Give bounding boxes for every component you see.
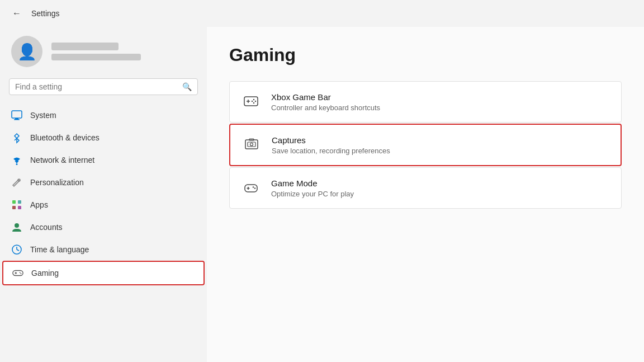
svg-point-24 xyxy=(252,101,253,102)
sidebar-item-gaming-label: Gaming xyxy=(31,269,59,278)
system-icon xyxy=(11,110,22,121)
svg-point-28 xyxy=(250,143,253,146)
gaming-icon xyxy=(12,267,23,279)
sidebar-item-personalization-label: Personalization xyxy=(30,178,84,187)
svg-line-13 xyxy=(17,250,19,251)
search-input[interactable] xyxy=(15,82,178,91)
svg-point-17 xyxy=(20,272,21,273)
game-mode-subtitle: Optimize your PC for play xyxy=(271,190,354,198)
search-icon: 🔍 xyxy=(182,82,192,91)
svg-point-33 xyxy=(253,186,254,187)
user-email xyxy=(51,54,141,60)
accounts-icon xyxy=(11,222,22,233)
svg-rect-26 xyxy=(245,140,258,149)
sidebar-item-accounts-label: Accounts xyxy=(30,223,63,232)
sidebar-item-time-label: Time & language xyxy=(30,245,89,254)
sidebar-item-accounts[interactable]: Accounts xyxy=(2,216,205,238)
captures-card[interactable]: Captures Save location, recording prefer… xyxy=(229,124,622,166)
captures-icon xyxy=(242,135,262,155)
search-container: 🔍 xyxy=(0,78,207,104)
svg-point-4 xyxy=(16,163,18,165)
svg-rect-0 xyxy=(12,111,22,118)
xbox-game-bar-card[interactable]: Xbox Game Bar Controller and keyboard sh… xyxy=(229,81,622,123)
apps-icon xyxy=(11,199,22,210)
page-title: Gaming xyxy=(229,45,622,65)
svg-rect-1 xyxy=(15,118,18,119)
back-button[interactable]: ← xyxy=(9,6,25,21)
user-info xyxy=(51,43,141,60)
svg-point-25 xyxy=(253,102,254,104)
bluetooth-icon xyxy=(11,132,22,143)
svg-rect-6 xyxy=(12,200,16,204)
captures-text: Captures Save location, recording prefer… xyxy=(272,135,390,155)
main-layout: 👤 🔍 System xyxy=(0,27,644,362)
sidebar-item-time[interactable]: Time & language xyxy=(2,238,205,261)
sidebar-item-system[interactable]: System xyxy=(2,104,205,126)
sidebar-item-network-label: Network & internet xyxy=(30,156,94,164)
xbox-game-bar-subtitle: Controller and keyboard shortcuts xyxy=(271,104,380,112)
user-icon: 👤 xyxy=(17,43,37,61)
svg-point-34 xyxy=(254,187,255,189)
time-icon xyxy=(11,244,22,255)
svg-rect-9 xyxy=(18,206,21,209)
sidebar-item-personalization[interactable]: Personalization xyxy=(2,171,205,194)
game-mode-icon xyxy=(241,178,261,198)
sidebar-item-network[interactable]: Network & internet xyxy=(2,149,205,171)
network-icon xyxy=(11,154,22,166)
avatar: 👤 xyxy=(11,36,42,67)
svg-rect-2 xyxy=(14,119,20,120)
user-name xyxy=(51,43,119,50)
title-bar: ← Settings xyxy=(0,0,644,27)
sidebar-item-apps[interactable]: Apps xyxy=(2,194,205,216)
search-box[interactable]: 🔍 xyxy=(9,78,198,95)
captures-title: Captures xyxy=(272,135,390,145)
game-mode-title: Game Mode xyxy=(271,178,354,188)
sidebar-item-bluetooth-label: Bluetooth & devices xyxy=(30,133,100,142)
svg-point-23 xyxy=(255,101,256,102)
captures-subtitle: Save location, recording preferences xyxy=(272,147,390,155)
sidebar-item-bluetooth[interactable]: Bluetooth & devices xyxy=(2,126,205,149)
svg-point-22 xyxy=(253,99,254,100)
game-mode-card[interactable]: Game Mode Optimize your PC for play xyxy=(229,167,622,209)
user-profile[interactable]: 👤 xyxy=(0,27,207,78)
sidebar-item-system-label: System xyxy=(30,111,56,120)
personalization-icon xyxy=(11,177,22,188)
svg-rect-8 xyxy=(12,206,16,209)
nav-list: System Bluetooth & devices xyxy=(0,104,207,285)
xbox-game-bar-icon xyxy=(241,92,261,112)
content-area: Gaming Xbox Game Bar Controller and keyb… xyxy=(207,27,644,362)
xbox-game-bar-title: Xbox Game Bar xyxy=(271,92,380,102)
svg-point-18 xyxy=(21,273,22,274)
app-title: Settings xyxy=(31,9,60,18)
sidebar-item-apps-label: Apps xyxy=(30,200,48,209)
game-mode-text: Game Mode Optimize your PC for play xyxy=(271,178,354,198)
sidebar: 👤 🔍 System xyxy=(0,27,207,362)
svg-rect-7 xyxy=(18,200,21,204)
svg-rect-14 xyxy=(13,270,23,275)
sidebar-item-gaming[interactable]: Gaming xyxy=(2,261,205,285)
xbox-game-bar-text: Xbox Game Bar Controller and keyboard sh… xyxy=(271,92,380,112)
svg-point-10 xyxy=(15,223,19,228)
